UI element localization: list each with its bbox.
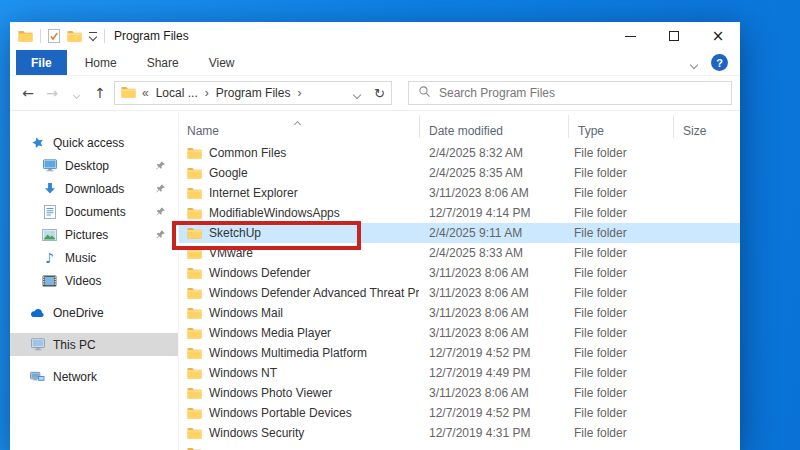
file-row-internet-explorer[interactable]: Internet Explorer3/11/2023 8:06 AMFile f… xyxy=(179,183,740,203)
date-modified-cell: 3/11/2023 8:06 AM xyxy=(419,266,568,280)
column-header-date-modified[interactable]: Date modified xyxy=(419,113,568,138)
date-modified-cell: 3/11/2023 8:06 AM xyxy=(419,306,568,320)
name-cell: Windows Photo Viewer xyxy=(179,386,419,400)
back-icon[interactable]: ← xyxy=(16,85,40,101)
pin-icon xyxy=(155,206,166,217)
new-folder-icon[interactable] xyxy=(67,30,82,42)
file-row-windows-multimedia-platform[interactable]: Windows Multimedia Platform12/7/2019 4:5… xyxy=(179,343,740,363)
name-cell: Windows NT xyxy=(179,366,419,380)
file-row-vmware[interactable]: VMware2/4/2025 8:33 AMFile folder xyxy=(179,243,740,263)
file-row-windows-nt[interactable]: Windows NT12/7/2019 4:49 PMFile folder xyxy=(179,363,740,383)
window-title: Program Files xyxy=(114,29,189,43)
folder-icon xyxy=(187,187,202,199)
refresh-icon[interactable]: ↻ xyxy=(374,86,385,101)
breadcrumb-local[interactable]: Local ... xyxy=(156,86,198,100)
sidebar-item-quick-access[interactable]: Quick access xyxy=(10,131,178,154)
tab-share[interactable]: Share xyxy=(135,50,191,75)
sidebar-item-label: Videos xyxy=(65,274,101,288)
picture-icon xyxy=(40,229,59,241)
folder-icon xyxy=(187,267,202,279)
file-name: ModifiableWindowsApps xyxy=(209,206,340,220)
file-row-windows-defender[interactable]: Windows Defender3/11/2023 8:06 AMFile fo… xyxy=(179,263,740,283)
tab-file[interactable]: File xyxy=(16,50,67,75)
folder-icon xyxy=(187,247,202,259)
collapse-ribbon-icon[interactable] xyxy=(691,54,697,72)
file-name: Windows Photo Viewer xyxy=(209,386,332,400)
column-header-name[interactable]: Name xyxy=(179,113,419,138)
file-row-windows-defender-advanced-threat-prot[interactable]: Windows Defender Advanced Threat Prot...… xyxy=(179,283,740,303)
folder-icon xyxy=(187,307,202,319)
column-header-type[interactable]: Type xyxy=(568,113,673,138)
star-icon xyxy=(28,136,47,150)
tab-view[interactable]: View xyxy=(197,50,247,75)
tab-home[interactable]: Home xyxy=(73,50,129,75)
search-box[interactable] xyxy=(408,81,732,105)
up-icon[interactable]: ↑ xyxy=(88,85,112,101)
sidebar-item-onedrive[interactable]: OneDrive xyxy=(10,301,178,324)
file-row-modifiablewindowsapps[interactable]: ModifiableWindowsApps12/7/2019 4:14 PMFi… xyxy=(179,203,740,223)
breadcrumb-separator[interactable]: › xyxy=(297,86,301,100)
name-cell: Windows Defender xyxy=(179,266,419,280)
file-row-windows-portable-devices[interactable]: Windows Portable Devices12/7/2019 4:52 P… xyxy=(179,403,740,423)
file-row-windows-photo-viewer[interactable]: Windows Photo Viewer3/11/2023 8:06 AMFil… xyxy=(179,383,740,403)
sidebar-item-downloads[interactable]: Downloads xyxy=(10,177,178,200)
file-row-common-files[interactable]: Common Files2/4/2025 8:32 AMFile folder xyxy=(179,143,740,163)
breadcrumb-separator[interactable]: › xyxy=(205,86,209,100)
search-input[interactable] xyxy=(439,86,722,100)
properties-icon[interactable] xyxy=(48,29,60,43)
address-bar[interactable]: «Local ...›Program Files› ↻ xyxy=(114,81,392,105)
search-icon xyxy=(418,84,431,102)
folder-icon xyxy=(187,207,202,219)
file-name: Windows Media Player xyxy=(209,326,331,340)
column-header-label: Date modified xyxy=(429,124,503,138)
file-row-partial[interactable] xyxy=(179,443,740,450)
sidebar-item-desktop[interactable]: Desktop xyxy=(10,154,178,177)
file-name: Common Files xyxy=(209,146,286,160)
recent-locations-chevron-icon[interactable] xyxy=(64,85,88,101)
folder-icon xyxy=(187,227,202,239)
customize-qat-dropdown-icon[interactable] xyxy=(89,32,97,40)
minimize-button[interactable] xyxy=(608,22,652,50)
folder-icon xyxy=(187,407,202,419)
sidebar-item-this-pc[interactable]: This PC xyxy=(10,333,178,356)
type-cell: File folder xyxy=(568,206,673,220)
breadcrumb-separator[interactable]: « xyxy=(142,86,149,100)
column-header-label: Name xyxy=(187,124,219,138)
help-icon[interactable]: ? xyxy=(711,54,728,71)
close-button[interactable]: × xyxy=(696,22,740,50)
date-modified-cell: 12/7/2019 4:14 PM xyxy=(419,206,568,220)
date-modified-cell: 3/11/2023 8:06 AM xyxy=(419,186,568,200)
folder-icon xyxy=(187,167,202,179)
file-row-google[interactable]: Google2/4/2025 8:35 AMFile folder xyxy=(179,163,740,183)
network-icon xyxy=(28,370,47,383)
forward-icon[interactable]: → xyxy=(40,85,64,101)
sidebar-item-label: Documents xyxy=(65,205,126,219)
file-row-windows-media-player[interactable]: Windows Media Player3/11/2023 8:06 AMFil… xyxy=(179,323,740,343)
sidebar-item-network[interactable]: Network xyxy=(10,365,178,388)
arrow-down-icon xyxy=(40,182,59,196)
sidebar-item-pictures[interactable]: Pictures xyxy=(10,223,178,246)
column-header-size[interactable]: Size xyxy=(673,113,740,138)
sidebar-item-documents[interactable]: Documents xyxy=(10,200,178,223)
name-cell: Windows Multimedia Platform xyxy=(179,346,419,360)
type-cell: File folder xyxy=(568,426,673,440)
type-cell: File folder xyxy=(568,146,673,160)
type-cell: File folder xyxy=(568,306,673,320)
sidebar-item-videos[interactable]: Videos xyxy=(10,269,178,292)
maximize-button[interactable] xyxy=(652,22,696,50)
quick-access-toolbar xyxy=(18,29,105,43)
sidebar-item-music[interactable]: ♪Music xyxy=(10,246,178,269)
file-name: Windows Portable Devices xyxy=(209,406,352,420)
explorer-folder-icon xyxy=(18,30,33,42)
film-icon xyxy=(40,275,59,287)
breadcrumb-program-files[interactable]: Program Files xyxy=(216,86,291,100)
file-row-windows-mail[interactable]: Windows Mail3/11/2023 8:06 AMFile folder xyxy=(179,303,740,323)
type-cell: File folder xyxy=(568,346,673,360)
address-dropdown-chevron-icon[interactable] xyxy=(354,84,360,102)
type-cell: File folder xyxy=(568,166,673,180)
name-cell: VMware xyxy=(179,246,419,260)
file-row-sketchup[interactable]: SketchUp2/4/2025 9:11 AMFile folder xyxy=(179,223,740,243)
window-controls: × xyxy=(608,22,740,50)
file-row-windows-security[interactable]: Windows Security12/7/2019 4:31 PMFile fo… xyxy=(179,423,740,443)
pin-icon xyxy=(155,160,166,171)
